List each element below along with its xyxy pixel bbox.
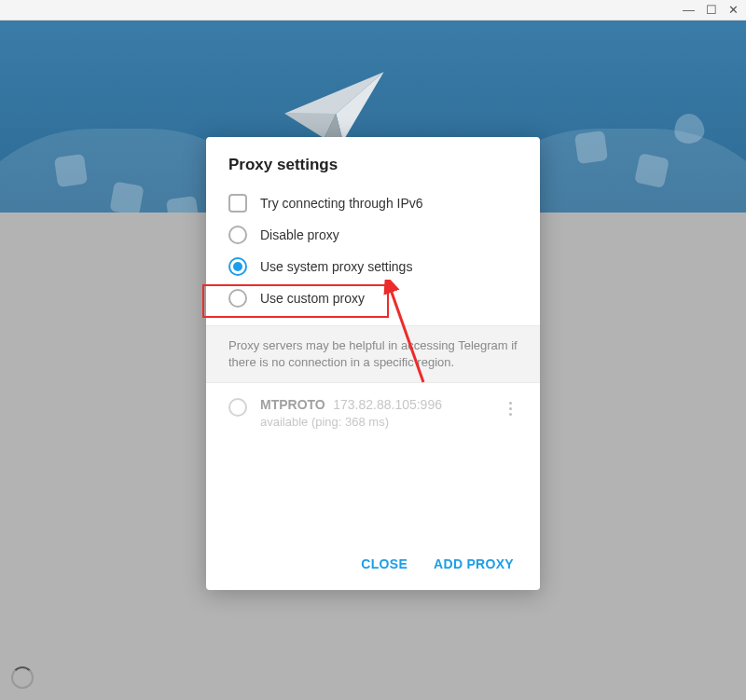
close-button[interactable]: CLOSE [361,556,408,571]
decorative-music-icon [54,154,88,187]
window-titlebar: — ☐ ✕ [0,0,746,21]
radio-icon [228,257,247,276]
minimize-button[interactable]: — [683,4,695,16]
option-label: Disable proxy [260,227,339,242]
proxy-list: MTPROTO 173.82.88.105:996 available (pin… [206,383,540,542]
ipv6-checkbox-row[interactable]: Try connecting through IPv6 [228,187,518,219]
kebab-dot-icon [509,413,512,416]
kebab-dot-icon [509,402,512,405]
dialog-footer: CLOSE ADD PROXY [206,542,540,590]
option-label: Use custom proxy [260,291,365,306]
proxy-settings-dialog: Proxy settings Try connecting through IP… [206,137,540,590]
disable-proxy-radio-row[interactable]: Disable proxy [228,219,518,251]
info-text: Proxy servers may be helpful in accessin… [228,337,518,371]
proxy-item-menu-button[interactable] [503,396,518,416]
custom-proxy-radio-row[interactable]: Use custom proxy [228,282,518,314]
proxy-address: 173.82.88.105:996 [333,397,442,412]
option-label: Use system proxy settings [260,259,412,274]
kebab-dot-icon [509,407,512,410]
option-label: Try connecting through IPv6 [260,196,423,211]
radio-icon [228,226,247,244]
add-proxy-button[interactable]: ADD PROXY [434,556,514,571]
radio-icon [228,289,247,308]
proxy-name: MTPROTO [260,397,325,412]
info-strip: Proxy servers may be helpful in accessin… [206,325,540,383]
dialog-title: Proxy settings [206,137,540,187]
radio-icon [228,398,247,417]
close-window-button[interactable]: ✕ [728,4,739,16]
proxy-item-text: MTPROTO 173.82.88.105:996 available (pin… [260,396,490,429]
decorative-headphone-icon [109,181,144,213]
system-proxy-radio-row[interactable]: Use system proxy settings [228,251,518,282]
checkbox-icon [228,194,247,213]
decorative-photo-icon [574,130,608,164]
maximize-button[interactable]: ☐ [706,4,717,16]
decorative-file-icon [634,153,670,188]
decorative-camera-icon [166,196,200,213]
svg-marker-0 [282,72,387,117]
proxy-status: available (ping: 368 ms) [260,415,490,429]
loading-spinner-icon [11,666,34,689]
proxy-options-group: Try connecting through IPv6 Disable prox… [206,187,540,325]
proxy-item-row[interactable]: MTPROTO 173.82.88.105:996 available (pin… [228,396,518,429]
